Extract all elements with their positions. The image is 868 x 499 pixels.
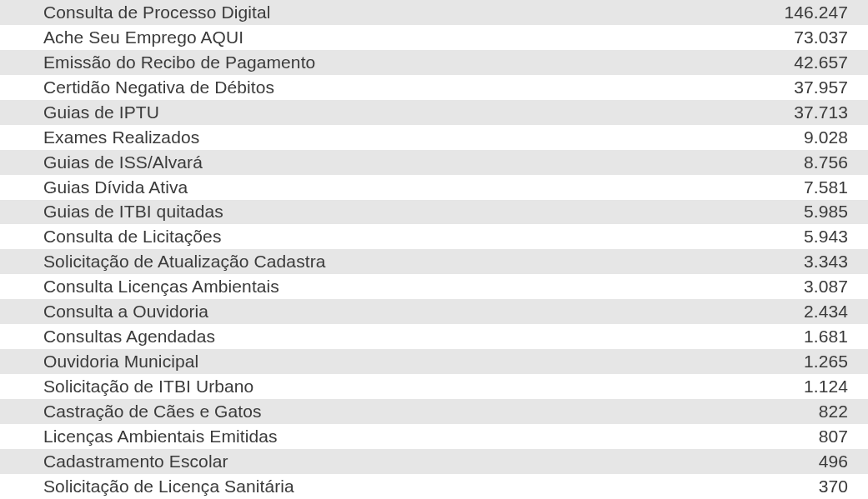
table-row: Consulta a Ouvidoria 2.434: [0, 299, 868, 324]
table-row: Licenças Ambientais Emitidas 807: [0, 424, 868, 449]
table-row: Guias Dívida Ativa 7.581: [0, 175, 868, 200]
row-label: Solicitação de Licença Sanitária: [43, 477, 819, 497]
row-value: 9.028: [804, 127, 848, 147]
table-row: Solicitação de Licença Sanitária 370: [0, 474, 868, 499]
row-label: Consulta Licenças Ambientais: [43, 277, 804, 297]
row-label: Consultas Agendadas: [43, 327, 804, 347]
row-value: 1.681: [804, 327, 848, 347]
row-value: 7.581: [804, 177, 848, 197]
row-label: Cadastramento Escolar: [43, 452, 819, 472]
row-label: Licenças Ambientais Emitidas: [43, 427, 819, 447]
row-value: 8.756: [804, 152, 848, 172]
row-value: 37.713: [794, 102, 848, 122]
table-row: Consulta Licenças Ambientais 3.087: [0, 274, 868, 299]
row-label: Guias de ISS/Alvará: [43, 152, 804, 172]
table-row: Ouvidoria Municipal 1.265: [0, 349, 868, 374]
row-label: Consulta de Processo Digital: [43, 2, 784, 22]
row-label: Guias de ITBI quitadas: [43, 202, 804, 222]
row-value: 37.957: [794, 77, 848, 97]
row-value: 496: [819, 452, 848, 472]
row-value: 3.343: [804, 252, 848, 272]
row-value: 1.124: [804, 377, 848, 397]
row-value: 42.657: [794, 52, 848, 72]
row-value: 73.037: [794, 27, 848, 47]
row-label: Guias de IPTU: [43, 102, 794, 122]
row-value: 2.434: [804, 302, 848, 322]
table-row: Exames Realizados 9.028: [0, 125, 868, 150]
row-label: Exames Realizados: [43, 127, 804, 147]
row-label: Solicitação de ITBI Urbano: [43, 377, 804, 397]
row-value: 807: [819, 427, 848, 447]
row-label: Guias Dívida Ativa: [43, 177, 804, 197]
table-row: Emissão do Recibo de Pagamento 42.657: [0, 50, 868, 75]
table-row: Ache Seu Emprego AQUI 73.037: [0, 25, 868, 50]
table-row: Consulta de Licitações 5.943: [0, 224, 868, 249]
row-label: Ouvidoria Municipal: [43, 352, 804, 372]
data-table: Consulta de Processo Digital 146.247 Ach…: [0, 0, 868, 499]
row-label: Consulta a Ouvidoria: [43, 302, 804, 322]
row-value: 146.247: [784, 2, 848, 22]
row-label: Consulta de Licitações: [43, 227, 804, 247]
table-row: Consulta de Processo Digital 146.247: [0, 0, 868, 25]
row-value: 370: [819, 477, 848, 497]
table-row: Cadastramento Escolar 496: [0, 449, 868, 474]
table-row: Guias de ITBI quitadas 5.985: [0, 200, 868, 225]
table-row: Castração de Cães e Gatos 822: [0, 399, 868, 424]
row-label: Ache Seu Emprego AQUI: [43, 27, 794, 47]
row-value: 822: [819, 402, 848, 422]
table-row: Consultas Agendadas 1.681: [0, 324, 868, 349]
table-row: Guias de ISS/Alvará 8.756: [0, 150, 868, 175]
row-value: 5.985: [804, 202, 848, 222]
table-row: Guias de IPTU 37.713: [0, 100, 868, 125]
row-value: 1.265: [804, 352, 848, 372]
table-row: Certidão Negativa de Débitos 37.957: [0, 75, 868, 100]
row-label: Certidão Negativa de Débitos: [43, 77, 794, 97]
row-value: 3.087: [804, 277, 848, 297]
table-row: Solicitação de Atualização Cadastra 3.34…: [0, 249, 868, 274]
row-value: 5.943: [804, 227, 848, 247]
row-label: Solicitação de Atualização Cadastra: [43, 252, 804, 272]
row-label: Emissão do Recibo de Pagamento: [43, 52, 794, 72]
row-label: Castração de Cães e Gatos: [43, 402, 819, 422]
table-row: Solicitação de ITBI Urbano 1.124: [0, 374, 868, 399]
